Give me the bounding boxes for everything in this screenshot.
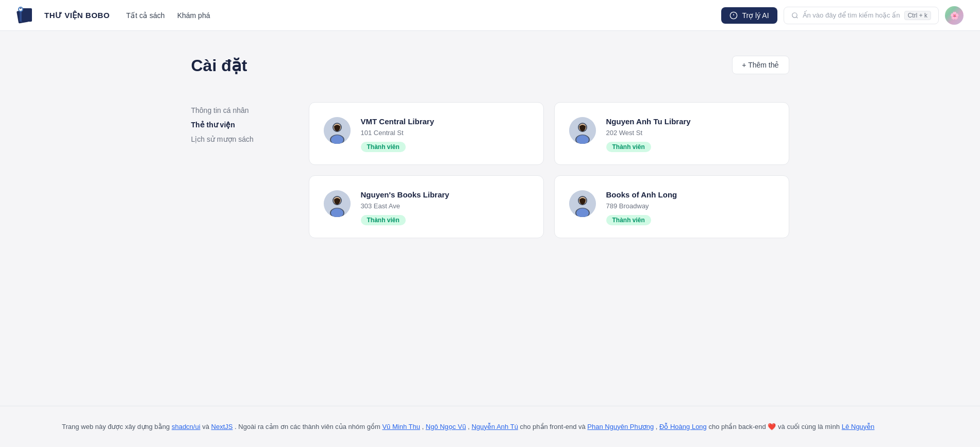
card-name-books-anh-long: Books of Anh Long	[606, 190, 677, 199]
card-avatar-books-anh-long	[569, 190, 596, 217]
left-nav: Thông tin cá nhân Thẻ thư viện Lịch sử m…	[191, 102, 284, 238]
card-badge-books-anh-long: Thành viên	[606, 215, 651, 225]
library-card-vmt-central[interactable]: VMT Central Library 101 Central St Thành…	[309, 102, 544, 165]
card-info-nguyen-anh-tu: Nguyen Anh Tu Library 202 West St Thành …	[606, 117, 691, 152]
footer-text-8: cho phần back-end	[708, 423, 768, 431]
footer-link-nextjs[interactable]: NextJS	[211, 423, 233, 431]
library-card-nguyens-books[interactable]: Nguyen's Books Library 303 East Ave Thàn…	[309, 175, 544, 238]
card-name-vmt-central: VMT Central Library	[361, 117, 435, 126]
footer-link-vu-minh-thu[interactable]: Vũ Minh Thu	[382, 423, 420, 431]
svg-rect-2	[22, 8, 32, 22]
footer: Trang web này được xây dựng bằng shadcn/…	[0, 406, 980, 447]
page-title: Cài đặt	[191, 56, 247, 75]
footer-text-9: và cuối cùng là mình	[778, 423, 842, 431]
ai-button[interactable]: Trợ lý AI	[721, 7, 777, 24]
footer-link-shadcn[interactable]: shadcn/ui	[172, 423, 201, 431]
card-avatar-nguyen-anh-tu	[569, 117, 596, 144]
search-icon	[791, 12, 799, 19]
main-content: Cài đặt + Thêm thẻ Thông tin cá nhân Thẻ…	[129, 31, 851, 269]
nav-borrow-history[interactable]: Lịch sử mượn sách	[191, 133, 284, 145]
logo-link[interactable]: THƯ VIỆN BOBO	[16, 6, 110, 25]
card-badge-nguyens-books: Thành viên	[361, 215, 406, 225]
footer-text-4: ,	[422, 423, 426, 431]
search-bar[interactable]: Ấn vào đây để tìm kiếm hoặc ấn Ctrl + k	[784, 7, 939, 24]
footer-link-phan-nguyen-phuong[interactable]: Phan Nguyên Phương	[587, 423, 654, 431]
card-info-books-anh-long: Books of Anh Long 789 Broadway Thành viê…	[606, 190, 677, 225]
svg-point-6	[792, 12, 796, 17]
logo-icon	[16, 6, 39, 25]
person-icon	[324, 190, 351, 217]
logo-text: THƯ VIỆN BOBO	[44, 11, 110, 20]
footer-link-nguyen-anh-tu[interactable]: Nguyễn Anh Tú	[472, 423, 518, 431]
card-info-nguyens-books: Nguyen's Books Library 303 East Ave Thàn…	[361, 190, 450, 225]
footer-text-2: và	[202, 423, 211, 431]
card-address-nguyens-books: 303 East Ave	[361, 202, 450, 210]
person-icon	[569, 190, 596, 217]
footer-link-do-hoang-long[interactable]: Đỗ Hoàng Long	[659, 423, 707, 431]
navbar: THƯ VIỆN BOBO Tất cả sách Khám phá Trợ l…	[0, 0, 980, 31]
card-avatar-nguyens-books	[324, 190, 351, 217]
library-card-books-anh-long[interactable]: Books of Anh Long 789 Broadway Thành viê…	[554, 175, 789, 238]
card-address-nguyen-anh-tu: 202 West St	[606, 129, 691, 137]
footer-link-ngo-ngoc-vu[interactable]: Ngô Ngọc Vũ	[426, 423, 466, 431]
search-placeholder-text: Ấn vào đây để tìm kiếm hoặc ấn	[803, 11, 900, 19]
footer-text-7: ,	[656, 423, 659, 431]
nav-personal-info[interactable]: Thông tin cá nhân	[191, 104, 284, 117]
nav-right: Trợ lý AI Ấn vào đây để tìm kiếm hoặc ấn…	[721, 6, 964, 25]
footer-text-3: . Ngoài ra cảm ơn các thành viên của nhó…	[235, 423, 382, 431]
card-name-nguyen-anh-tu: Nguyen Anh Tu Library	[606, 117, 691, 126]
library-card-nguyen-anh-tu[interactable]: Nguyen Anh Tu Library 202 West St Thành …	[554, 102, 789, 165]
page-header: Cài đặt + Thêm thẻ	[191, 56, 789, 86]
footer-heart: ❤️	[768, 423, 776, 431]
footer-text-6: cho phần front-end và	[520, 423, 588, 431]
nav-links: Tất cả sách Khám phá	[126, 11, 705, 20]
card-badge-vmt-central: Thành viên	[361, 142, 406, 152]
content-area: Thông tin cá nhân Thẻ thư viện Lịch sử m…	[191, 102, 789, 238]
person-icon	[324, 117, 351, 144]
avatar[interactable]: 🌸	[945, 6, 964, 25]
sidebar-nav: Thông tin cá nhân Thẻ thư viện Lịch sử m…	[191, 104, 284, 145]
person-icon	[569, 117, 596, 144]
footer-text-5: ,	[468, 423, 471, 431]
nav-library-card[interactable]: Thẻ thư viện	[191, 119, 284, 131]
card-address-books-anh-long: 789 Broadway	[606, 202, 677, 210]
library-cards-grid: VMT Central Library 101 Central St Thành…	[309, 102, 789, 238]
nav-explore[interactable]: Khám phá	[177, 11, 210, 20]
nav-all-books[interactable]: Tất cả sách	[126, 11, 165, 20]
search-shortcut: Ctrl + k	[904, 11, 931, 20]
card-avatar-vmt-central	[324, 117, 351, 144]
card-name-nguyens-books: Nguyen's Books Library	[361, 190, 450, 199]
add-card-button[interactable]: + Thêm thẻ	[732, 56, 789, 74]
footer-text-1: Trang web này được xây dựng bằng	[62, 423, 172, 431]
ai-icon	[729, 11, 738, 20]
footer-link-le-nguyen[interactable]: Lê Nguyễn	[842, 423, 875, 431]
card-badge-nguyen-anh-tu: Thành viên	[606, 142, 651, 152]
card-info-vmt-central: VMT Central Library 101 Central St Thành…	[361, 117, 435, 152]
card-address-vmt-central: 101 Central St	[361, 129, 435, 137]
